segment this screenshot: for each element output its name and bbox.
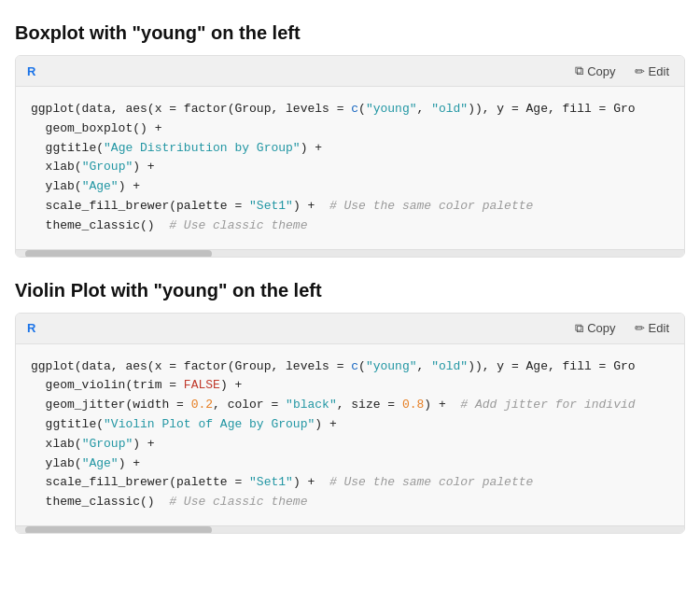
- copy-icon-boxplot: ⧉: [575, 63, 583, 78]
- scrollbar-track-boxplot: [16, 249, 684, 257]
- copy-label-violin: Copy: [587, 321, 615, 335]
- code-actions-boxplot: ⧉ Copy ✏ Edit: [571, 62, 673, 80]
- copy-icon-violin: ⧉: [575, 321, 583, 336]
- copy-button-boxplot[interactable]: ⧉ Copy: [571, 62, 619, 80]
- edit-label-boxplot: Edit: [649, 64, 669, 78]
- code-block-boxplot: R ⧉ Copy ✏ Edit ggplot(data, aes(x = fac…: [15, 55, 685, 258]
- edit-button-boxplot[interactable]: ✏ Edit: [631, 62, 673, 80]
- edit-icon-violin: ✏: [635, 321, 645, 335]
- section-violin: Violin Plot with "young" on the left R ⧉…: [15, 280, 685, 534]
- section1-title: Boxplot with "young" on the left: [15, 22, 685, 44]
- copy-label-boxplot: Copy: [587, 64, 615, 78]
- scrollbar-thumb-boxplot: [25, 250, 212, 257]
- edit-label-violin: Edit: [649, 321, 669, 335]
- code-actions-violin: ⧉ Copy ✏ Edit: [571, 319, 673, 338]
- code-block-violin: R ⧉ Copy ✏ Edit ggplot(data, aes(x = fac…: [15, 313, 685, 534]
- edit-button-violin[interactable]: ✏ Edit: [631, 319, 673, 338]
- code-header-violin: R ⧉ Copy ✏ Edit: [16, 314, 684, 344]
- copy-button-violin[interactable]: ⧉ Copy: [571, 319, 619, 338]
- section2-title: Violin Plot with "young" on the left: [15, 280, 685, 301]
- scrollbar-track-violin: [16, 525, 684, 533]
- code-scroll-violin[interactable]: ggplot(data, aes(x = factor(Group, level…: [16, 344, 684, 533]
- code-body-violin: ggplot(data, aes(x = factor(Group, level…: [16, 344, 684, 525]
- section-boxplot: Boxplot with "young" on the left R ⧉ Cop…: [15, 22, 685, 258]
- code-lang-boxplot: R: [27, 64, 35, 78]
- code-lang-violin: R: [27, 321, 35, 335]
- edit-icon-boxplot: ✏: [635, 64, 645, 78]
- code-body-boxplot: ggplot(data, aes(x = factor(Group, level…: [16, 87, 684, 249]
- code-scroll-boxplot[interactable]: ggplot(data, aes(x = factor(Group, level…: [16, 87, 684, 257]
- code-header-boxplot: R ⧉ Copy ✏ Edit: [16, 56, 684, 87]
- scrollbar-thumb-violin: [25, 526, 212, 533]
